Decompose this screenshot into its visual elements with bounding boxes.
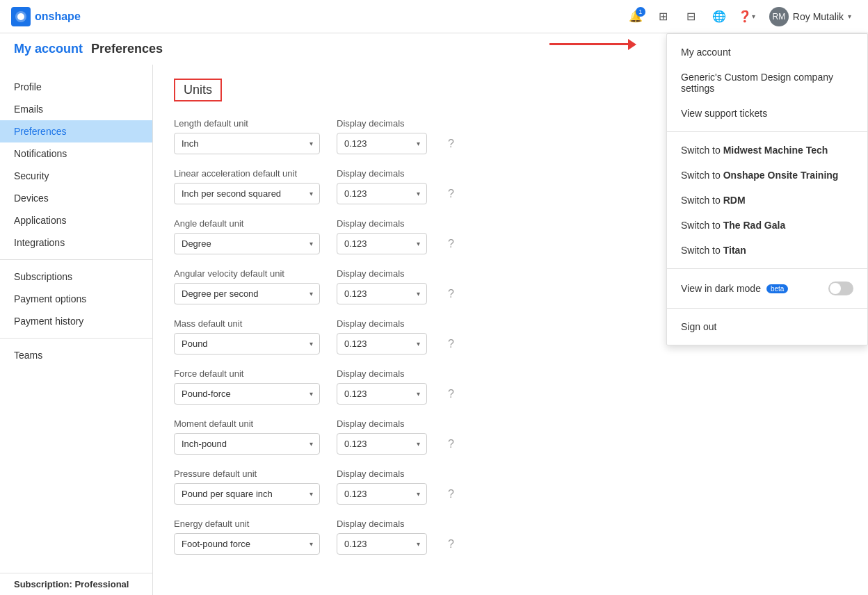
decimals-label-6: Display decimals	[337, 418, 427, 429]
beta-badge: beta	[766, 284, 788, 293]
decimals-field-7: Display decimals 0.123 ▾	[337, 468, 427, 505]
decimals-select-3[interactable]: 0.123	[337, 283, 427, 304]
decimals-field-4: Display decimals 0.123 ▾	[337, 318, 427, 354]
sidebar-item-devices[interactable]: Devices	[0, 187, 152, 209]
decimals-select-4[interactable]: 0.123	[337, 333, 427, 354]
decimals-field-5: Display decimals 0.123 ▾	[337, 368, 427, 405]
help-circle-icon-3[interactable]: ?	[448, 288, 454, 300]
apps-btn[interactable]: ⊟	[680, 6, 702, 28]
help-circle-icon-0[interactable]: ?	[448, 138, 454, 150]
globe-btn[interactable]: 🌐	[708, 6, 730, 28]
decimals-select-5[interactable]: 0.123	[337, 383, 427, 405]
help-circle-icon-2[interactable]: ?	[448, 238, 454, 250]
units-title: Units	[174, 79, 222, 101]
unit-label-1: Linear acceleration default unit	[174, 168, 320, 179]
unit-row-8: Energy default unit Foot-pound force ▾ D…	[174, 519, 847, 555]
logo[interactable]: onshape	[11, 7, 81, 26]
avatar: RM	[769, 7, 789, 26]
dropdown-switch-radgala[interactable]: Switch to The Rad Gala	[667, 213, 867, 238]
unit-field-4: Mass default unit Pound ▾	[174, 318, 320, 354]
user-menu-btn[interactable]: RM Roy Mutalik ▾	[764, 4, 857, 29]
dropdown-section-2: Switch to Midwest Machine Tech Switch to…	[667, 132, 867, 269]
decimals-select-wrapper-4: 0.123 ▾	[337, 333, 427, 354]
unit-field-0: Length default unit Inch ▾	[174, 118, 320, 154]
sidebar-item-preferences[interactable]: Preferences	[0, 120, 152, 142]
logo-icon	[11, 7, 31, 26]
sidebar-item-payment-history[interactable]: Payment history	[0, 310, 152, 332]
unit-select-7[interactable]: Pound per square inch	[174, 483, 320, 505]
decimals-select-0[interactable]: 0.123	[337, 133, 427, 154]
help-btn[interactable]: ❓ ▾	[736, 6, 758, 28]
dropdown-switch-onshape[interactable]: Switch to Onshape Onsite Training	[667, 163, 867, 188]
help-circle-icon-4[interactable]: ?	[448, 338, 454, 350]
unit-label-7: Pressure default unit	[174, 468, 320, 479]
dropdown-support-tickets[interactable]: View support tickets	[667, 101, 867, 126]
user-name: Roy Mutalik	[793, 11, 844, 22]
help-circle-icon-1[interactable]: ?	[448, 188, 454, 200]
sidebar-item-subscriptions[interactable]: Subscriptions	[0, 266, 152, 288]
unit-select-wrapper-7: Pound per square inch ▾	[174, 483, 320, 505]
sidebar-item-teams[interactable]: Teams	[0, 344, 152, 366]
logo-text: onshape	[35, 10, 81, 23]
apps-icon: ⊟	[686, 10, 696, 23]
help-circle-icon-7[interactable]: ?	[448, 488, 454, 500]
unit-field-3: Angular velocity default unit Degree per…	[174, 268, 320, 304]
unit-select-2[interactable]: Degree	[174, 233, 320, 254]
arrowhead	[628, 39, 636, 50]
help-circle-icon-6[interactable]: ?	[448, 438, 454, 450]
unit-label-2: Angle default unit	[174, 218, 320, 229]
unit-label-0: Length default unit	[174, 118, 320, 129]
unit-select-4[interactable]: Pound	[174, 333, 320, 354]
notifications-btn[interactable]: 🔔 1	[625, 6, 647, 28]
unit-label-8: Energy default unit	[174, 519, 320, 529]
help-circle-icon-5[interactable]: ?	[448, 388, 454, 400]
help-circle-icon-8[interactable]: ?	[448, 538, 454, 551]
topnav: onshape 🔔 1 ⊞ ⊟ 🌐 ❓ ▾ RM	[0, 0, 868, 33]
darkmode-toggle[interactable]	[828, 282, 853, 295]
dropdown-signout[interactable]: Sign out	[667, 314, 867, 339]
unit-select-wrapper-8: Foot-pound force ▾	[174, 533, 320, 555]
decimals-select-8[interactable]: 0.123	[337, 533, 427, 555]
unit-select-0[interactable]: Inch	[174, 133, 320, 154]
page-wrapper: onshape 🔔 1 ⊞ ⊟ 🌐 ❓ ▾ RM	[0, 0, 868, 595]
dropdown-switch-rdm[interactable]: Switch to RDM	[667, 188, 867, 213]
decimals-label-8: Display decimals	[337, 519, 427, 529]
darkmode-label: View in dark mode	[681, 283, 761, 294]
subscription-bar: Subscription: Professional	[0, 573, 153, 595]
sidebar-item-profile[interactable]: Profile	[0, 76, 152, 98]
documents-btn[interactable]: ⊞	[652, 6, 675, 28]
dropdown-switch-titan[interactable]: Switch to Titan	[667, 238, 867, 263]
unit-select-8[interactable]: Foot-pound force	[174, 533, 320, 555]
dropdown-darkmode[interactable]: View in dark mode beta	[667, 275, 867, 302]
decimals-select-1[interactable]: 0.123	[337, 183, 427, 204]
decimals-field-8: Display decimals 0.123 ▾	[337, 519, 427, 555]
unit-select-1[interactable]: Inch per second squared	[174, 183, 320, 204]
unit-field-5: Force default unit Pound-force ▾	[174, 368, 320, 405]
unit-label-6: Moment default unit	[174, 418, 320, 429]
decimals-select-2[interactable]: 0.123	[337, 233, 427, 254]
help-chevron: ▾	[752, 13, 755, 20]
sidebar-item-applications[interactable]: Applications	[0, 209, 152, 231]
unit-select-5[interactable]: Pound-force	[174, 383, 320, 405]
unit-select-3[interactable]: Degree per second	[174, 283, 320, 304]
dropdown-section-4: Sign out	[667, 309, 867, 345]
sidebar-item-payment-options[interactable]: Payment options	[0, 288, 152, 310]
breadcrumb-link[interactable]: My account	[14, 42, 83, 56]
decimals-select-7[interactable]: 0.123	[337, 483, 427, 505]
decimals-select-6[interactable]: 0.123	[337, 433, 427, 455]
subscription-label: Subscription: Professional	[0, 573, 153, 595]
sidebar-item-security[interactable]: Security	[0, 165, 152, 187]
dropdown-my-account[interactable]: My account	[667, 40, 867, 65]
dropdown-company-settings[interactable]: Generic's Custom Design company settings	[667, 65, 867, 101]
sidebar-item-emails[interactable]: Emails	[0, 98, 152, 120]
decimals-select-wrapper-6: 0.123 ▾	[337, 433, 427, 455]
darkmode-left: View in dark mode beta	[681, 283, 788, 294]
sidebar-divider-1	[0, 259, 152, 260]
unit-row-5: Force default unit Pound-force ▾ Display…	[174, 368, 847, 405]
unit-select-6[interactable]: Inch-pound	[174, 433, 320, 455]
dropdown-switch-midwest[interactable]: Switch to Midwest Machine Tech	[667, 138, 867, 163]
sidebar-item-notifications[interactable]: Notifications	[0, 142, 152, 165]
unit-label-3: Angular velocity default unit	[174, 268, 320, 279]
unit-select-wrapper-1: Inch per second squared ▾	[174, 183, 320, 204]
sidebar-item-integrations[interactable]: Integrations	[0, 231, 152, 254]
